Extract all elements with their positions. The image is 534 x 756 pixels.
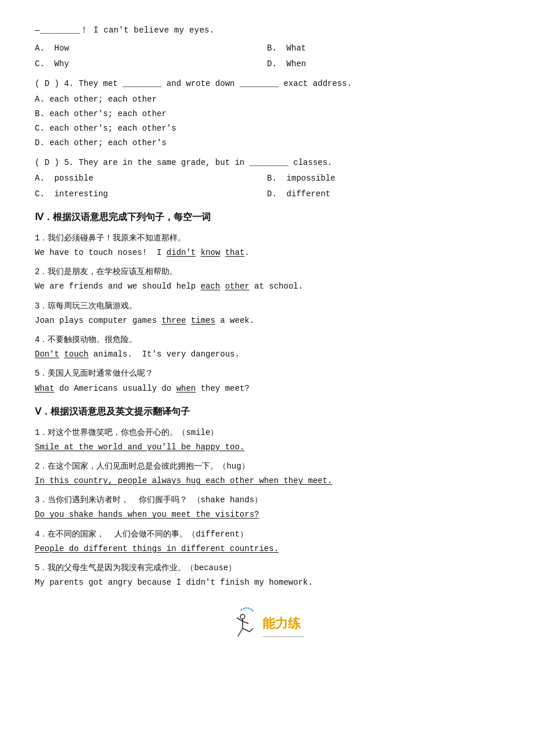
s5-item-4: 4．在不同的国家， 人们会做不同的事。（different） People do… [35, 527, 499, 556]
s4-item-3: 3．琼每周玩三次电脑游戏。 Joan plays computer games … [35, 299, 499, 328]
svg-point-1 [243, 608, 245, 610]
s5-item-3: 3．当你们遇到来访者时， 你们握手吗？ （shake hands） Do you… [35, 493, 499, 522]
q4-option-b: B. each other's; each other [35, 107, 499, 121]
q5-options-row1: A. possible B. impossible [35, 171, 499, 186]
svg-line-10 [238, 628, 243, 636]
s5-en-1: Smile at the world and you'll be happy t… [35, 440, 499, 455]
q3-option-b: B. What [267, 41, 499, 56]
q5-option-c: C. interesting [35, 187, 267, 201]
q5-option-b: B. impossible [267, 171, 499, 186]
svg-point-2 [246, 607, 247, 609]
q3-option-c: C. Why [35, 57, 267, 71]
q3-option-d: D. When [267, 57, 499, 71]
s5-cn-2: 2．在这个国家，人们见面时总是会彼此拥抱一下。（hug） [35, 459, 499, 474]
q5-option-a: A. possible [35, 171, 267, 186]
svg-point-5 [252, 610, 254, 611]
s4-item-2: 2．我们是朋友，在学校应该互相帮助。 We are friends and we… [35, 265, 499, 294]
s4-cn-4: 4．不要触摸动物。很危险。 [35, 333, 499, 347]
s5-en-4: People do different things in different … [35, 542, 499, 556]
question-intro-line: —________！ I can't believe my eyes. [35, 23, 499, 38]
s5-cn-5: 5．我的父母生气是因为我没有完成作业。（because） [35, 561, 499, 575]
logo-figure-icon [230, 606, 258, 642]
s4-en-2: We are friends and we should help each o… [35, 279, 499, 294]
s4-cn-1: 1．我们必须碰鼻子！我原来不知道那样。 [35, 231, 499, 246]
logo-area: 能力练 [35, 606, 499, 642]
svg-point-6 [240, 614, 245, 619]
s4-item-1: 1．我们必须碰鼻子！我原来不知道那样。 We have to touch nos… [35, 231, 499, 260]
s5-item-5: 5．我的父母生气是因为我没有完成作业。（because） My parents … [35, 561, 499, 590]
s4-item-5: 5．美国人见面时通常做什么呢？ What do Americans usuall… [35, 366, 499, 395]
s4-cn-5: 5．美国人见面时通常做什么呢？ [35, 366, 499, 381]
q5-intro: ( D ) 5. They are in the same grade, but… [35, 156, 499, 170]
svg-line-11 [243, 628, 250, 632]
s5-en-2: In this country, people always hug each … [35, 474, 499, 488]
svg-point-4 [250, 609, 252, 610]
svg-line-9 [243, 621, 248, 624]
q4-intro: ( D ) 4. They met ________ and wrote dow… [35, 77, 499, 91]
s5-cn-4: 4．在不同的国家， 人们会做不同的事。（different） [35, 527, 499, 542]
logo-text: 能力练 [262, 612, 301, 635]
s4-en-1: We have to touch noses! I didn't know th… [35, 246, 499, 260]
s4-cn-2: 2．我们是朋友，在学校应该互相帮助。 [35, 265, 499, 279]
s5-cn-3: 3．当你们遇到来访者时， 你们握手吗？ （shake hands） [35, 493, 499, 507]
s4-item-4: 4．不要触摸动物。很危险。 Don't touch animals. It's … [35, 333, 499, 362]
s4-cn-3: 3．琼每周玩三次电脑游戏。 [35, 299, 499, 314]
s5-cn-1: 1．对这个世界微笑吧，你也会开心的。（smile） [35, 426, 499, 440]
svg-point-3 [248, 607, 250, 609]
q4-option-a: A. each other; each other [35, 92, 499, 107]
section4-label: Ⅳ．根据汉语意思完成下列句子，每空一词 [35, 210, 499, 226]
q5-option-d: D. different [267, 187, 499, 201]
q4-option-d: D. each other; each other's [35, 136, 499, 150]
s5-item-1: 1．对这个世界微笑吧，你也会开心的。（smile） Smile at the w… [35, 426, 499, 455]
q3-option-a: A. How [35, 41, 267, 56]
s4-en-5: What do Americans usually do when they m… [35, 381, 499, 396]
svg-line-12 [250, 628, 253, 632]
q4-option-c: C. each other's; each other's [35, 121, 499, 136]
q5-options-row2: C. interesting D. different [35, 187, 499, 201]
s4-en-4: Don't touch animals. It's very dangerous… [35, 347, 499, 362]
q3-options-row: A. How B. What [35, 41, 499, 56]
s5-en-5: My parents got angry because I didn't fi… [35, 575, 499, 590]
svg-point-0 [241, 609, 243, 611]
section5-label: Ⅴ．根据汉语意思及英文提示翻译句子 [35, 404, 499, 421]
s5-en-3: Do you shake hands when you meet the vis… [35, 507, 499, 522]
s5-item-2: 2．在这个国家，人们见面时总是会彼此拥抱一下。（hug） In this cou… [35, 459, 499, 488]
s4-en-3: Joan plays computer games three times a … [35, 314, 499, 328]
q3-options-row2: C. Why D. When [35, 57, 499, 71]
